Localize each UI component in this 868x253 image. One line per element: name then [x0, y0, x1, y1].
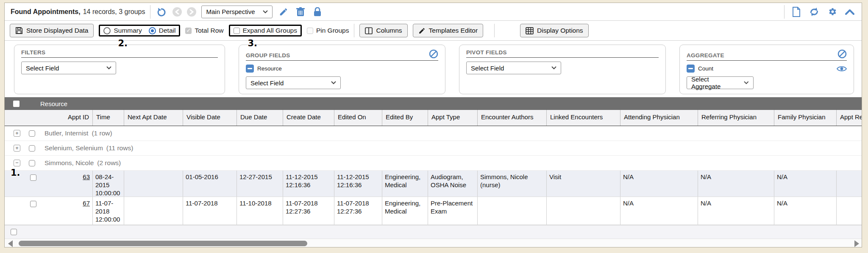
scroll-right-icon[interactable]: [854, 240, 859, 247]
collapse-group-icon[interactable]: −: [14, 160, 20, 166]
footer-checkbox[interactable]: [11, 229, 17, 235]
column-header-appt-re[interactable]: Appt Re: [837, 110, 862, 126]
appt-id-link[interactable]: 67: [83, 200, 90, 207]
scrollbar-thumb[interactable]: [19, 241, 307, 246]
column-header-edited-by[interactable]: Edited By: [382, 110, 428, 126]
column-header-create-date[interactable]: Create Date: [283, 110, 334, 126]
divider: [354, 24, 354, 37]
lock-perspective-icon[interactable]: [312, 6, 323, 18]
cell-next-apt-date: [124, 197, 183, 225]
group-fields-title: GROUP FIELDS: [246, 52, 290, 59]
group-checkbox[interactable]: [29, 145, 35, 152]
cell-linked-encounters: Visit: [547, 171, 620, 197]
cell-appt-re: [837, 197, 862, 225]
expand-group-icon[interactable]: +: [14, 130, 20, 137]
column-header-encounter-authors[interactable]: Encounter Authors: [478, 110, 547, 126]
expand-all-groups-checkbox-box[interactable]: [234, 28, 240, 34]
column-header-next-apt-date[interactable]: Next Apt Date: [124, 110, 183, 126]
back-icon[interactable]: [172, 7, 182, 17]
remove-resource-icon[interactable]: [246, 65, 254, 73]
clear-aggregate-icon[interactable]: [837, 49, 847, 59]
group-row-simmons: − Simmons, Nicole (2 rows): [5, 156, 862, 171]
expand-group-icon[interactable]: +: [14, 145, 20, 152]
horizontal-scrollbar[interactable]: [5, 239, 862, 247]
group-checkbox[interactable]: [29, 160, 35, 166]
column-header-appt-type[interactable]: Appt Type: [428, 110, 478, 126]
appt-id-link[interactable]: 63: [83, 173, 90, 180]
column-header-edited-on[interactable]: Edited On: [334, 110, 382, 126]
column-header-time[interactable]: Time: [93, 110, 124, 126]
group-field-resource: Resource: [246, 65, 438, 73]
found-appointments-window: Found Appointments, 14 records, 3 groups…: [4, 3, 862, 247]
total-row-checkbox: Total Row: [185, 27, 223, 34]
column-header-attending-physician[interactable]: Attending Physician: [620, 110, 698, 126]
pivot-fields-panel: PIVOT FIELDS Select Field: [459, 45, 666, 94]
forward-icon[interactable]: [187, 7, 196, 17]
table-icon: [526, 27, 534, 34]
column-header-due-date[interactable]: Due Date: [237, 110, 283, 126]
columns-button[interactable]: Columns: [359, 24, 407, 37]
total-row-checkbox-box[interactable]: [185, 28, 192, 34]
filters-field-select[interactable]: Select Field: [21, 62, 116, 74]
annotation-step3: 3.: [248, 38, 258, 48]
group-field-select[interactable]: Select Field: [246, 76, 341, 89]
aggregate-select[interactable]: Select Aggregate: [687, 76, 754, 89]
refresh-icon[interactable]: [808, 6, 820, 18]
field-panels-section: FILTERS Select Field GROUP FIELDS Resour…: [5, 41, 862, 98]
cell-visible-date: 01-05-2016: [183, 171, 237, 197]
eye-icon[interactable]: [837, 65, 847, 72]
group-row-selenium: + Selenium, Selenium (11 rows): [5, 141, 862, 156]
pivot-fields-title: PIVOT FIELDS: [466, 49, 507, 56]
column-header-family-physician[interactable]: Family Physician: [774, 110, 837, 126]
cell-time: 08-24-2015 10:00:00: [93, 171, 124, 197]
display-options-button[interactable]: Display Options: [520, 24, 589, 37]
delete-perspective-icon[interactable]: [295, 6, 306, 18]
column-header-appt-id[interactable]: Appt ID: [5, 110, 93, 126]
cell-appt-type: Audiogram, OSHA Noise: [428, 171, 478, 197]
records-summary: 14 records, 3 groups: [83, 8, 145, 16]
annotation-step1: 1.: [11, 168, 20, 178]
cell-appt-re: [837, 171, 862, 197]
detail-radio-circle[interactable]: [149, 27, 156, 34]
remove-count-icon[interactable]: [687, 65, 695, 73]
column-header-linked-encounters[interactable]: Linked Encounters: [547, 110, 620, 126]
perspective-select[interactable]: Main Perspective: [201, 6, 273, 18]
cell-edited-by: Engineering, Medical: [382, 197, 428, 225]
table-header-row: Appt ID Time Next Apt Date Visible Date …: [5, 110, 862, 126]
document-icon[interactable]: [790, 6, 802, 18]
expand-all-groups-checkbox[interactable]: Expand All Groups: [234, 27, 297, 34]
store-displayed-data-button[interactable]: Store Displayed Data: [10, 24, 94, 37]
summary-radio-circle[interactable]: [103, 27, 111, 34]
pin-groups-checkbox-box[interactable]: [307, 28, 313, 34]
cell-edited-on: 11-07-2018 12:27:36: [334, 197, 382, 225]
row-checkbox[interactable]: [30, 201, 36, 207]
row-checkbox[interactable]: [30, 174, 36, 181]
chevron-down-icon: [263, 10, 268, 14]
cell-next-apt-date: [124, 171, 183, 197]
gear-icon[interactable]: [826, 6, 838, 18]
scroll-left-icon[interactable]: [8, 240, 13, 247]
group-checkbox[interactable]: [29, 130, 35, 137]
pivot-field-select[interactable]: Select Field: [466, 62, 561, 74]
table-row: 63 08-24-2015 10:00:00 01-05-2016 12-27-…: [5, 171, 862, 197]
summary-radio[interactable]: Summary: [103, 27, 142, 34]
select-all-checkbox[interactable]: [13, 101, 19, 107]
cell-linked-encounters: [547, 197, 620, 225]
cell-family-physician: N/A: [774, 171, 837, 197]
chevron-down-icon: [106, 66, 111, 70]
detail-radio[interactable]: Detail: [149, 27, 176, 34]
page-title: Found Appointments,: [11, 8, 81, 16]
undo-icon[interactable]: [156, 6, 167, 18]
clear-group-fields-icon[interactable]: [429, 49, 438, 59]
cell-due-date: 12-27-2015: [237, 171, 283, 197]
collapse-icon[interactable]: [844, 6, 856, 18]
column-header-referring-physician[interactable]: Referring Physician: [698, 110, 774, 126]
column-header-visible-date[interactable]: Visible Date: [183, 110, 237, 126]
divider: [494, 24, 495, 37]
perspective-select-value: Main Perspective: [206, 8, 255, 15]
cell-attending-physician: N/A: [620, 171, 698, 197]
cell-due-date: 11-10-2018: [237, 197, 283, 225]
edit-perspective-icon[interactable]: [278, 6, 289, 18]
cell-encounter-authors: Simmons, Nicole (nurse): [478, 171, 547, 197]
templates-editor-button[interactable]: Templates Editor: [413, 24, 483, 37]
